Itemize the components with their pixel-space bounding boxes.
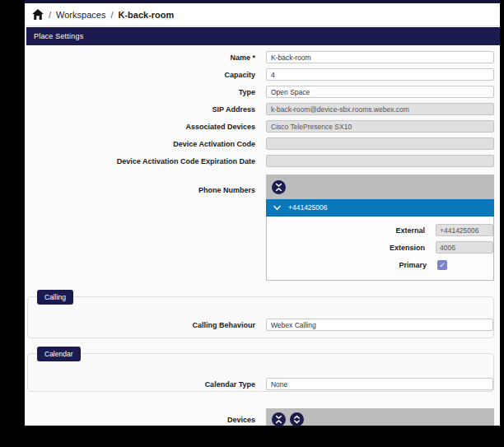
tab-place-settings[interactable]: Place Settings bbox=[26, 27, 500, 45]
calling-behaviour-field[interactable] bbox=[266, 319, 493, 331]
form-row: Type bbox=[25, 83, 500, 100]
form-field-label: Device Activation Code bbox=[25, 140, 266, 148]
breadcrumb-current-workspace: K-back-room bbox=[118, 10, 174, 20]
app-window: / Workspaces / K-back-room Place Setting… bbox=[25, 0, 500, 426]
form-row: Device Activation Code Expiration Date bbox=[25, 152, 500, 170]
devices-row: Devices bbox=[25, 408, 500, 426]
extension-label: Extension bbox=[267, 244, 436, 252]
external-label: External bbox=[267, 226, 436, 235]
devices-toolbar bbox=[266, 408, 494, 426]
phone-number-item[interactable]: +441425006 bbox=[266, 199, 494, 217]
associated-devices-field[interactable] bbox=[266, 120, 494, 133]
form-field-label: Capacity bbox=[25, 71, 266, 79]
calling-behaviour-label: Calling Behaviour bbox=[28, 321, 266, 329]
tab-place-settings-label: Place Settings bbox=[34, 32, 83, 40]
form-row: Associated Devices bbox=[25, 118, 500, 135]
extension-field[interactable] bbox=[436, 241, 493, 254]
phone-numbers-toolbar bbox=[266, 175, 494, 199]
form-row: Name * bbox=[25, 49, 500, 66]
breadcrumb: / Workspaces / K-back-room bbox=[25, 3, 500, 26]
collapse-all-icon[interactable] bbox=[272, 412, 286, 426]
form-field-label: Name * bbox=[25, 54, 266, 62]
chevron-down-icon bbox=[273, 204, 281, 212]
form-field-label: Type bbox=[25, 88, 266, 96]
form-row: SIP Address bbox=[25, 100, 500, 118]
external-field[interactable] bbox=[436, 224, 493, 236]
form-field-label: SIP Address bbox=[25, 105, 266, 114]
breadcrumb-separator: / bbox=[110, 10, 113, 20]
type-field[interactable] bbox=[266, 86, 494, 98]
breadcrumb-workspaces[interactable]: Workspaces bbox=[56, 10, 105, 20]
primary-label: Primary bbox=[267, 261, 437, 269]
form-field-label: Associated Devices bbox=[25, 123, 266, 131]
devices-label: Devices bbox=[25, 416, 266, 424]
sip-address-field[interactable] bbox=[266, 103, 494, 115]
form-field-label: Device Activation Code Expiration Date bbox=[25, 157, 266, 165]
device-activation-code-field[interactable] bbox=[266, 137, 494, 150]
phone-number-detail-panel: External Extension Primary ✓ bbox=[266, 217, 494, 281]
breadcrumb-separator: / bbox=[49, 10, 51, 20]
capacity-field[interactable] bbox=[266, 68, 494, 81]
phone-numbers-widget: +441425006 External Extension Primary ✓ bbox=[266, 175, 494, 281]
form-row: Device Activation Code bbox=[25, 135, 500, 152]
place-settings-form: Name * Capacity Type SIP Address Associa… bbox=[25, 49, 500, 426]
phone-number-item-label: +441425006 bbox=[288, 203, 328, 212]
calendar-section-badge: Calendar bbox=[37, 347, 81, 361]
calendar-type-field[interactable] bbox=[266, 378, 493, 390]
name-field[interactable] bbox=[266, 51, 494, 63]
primary-checkbox[interactable]: ✓ bbox=[437, 260, 447, 270]
device-activation-code-expiration-date-field[interactable] bbox=[266, 155, 494, 167]
calling-section: Calling Calling Behaviour bbox=[27, 296, 494, 338]
calendar-type-label: Calendar Type bbox=[28, 380, 266, 389]
collapse-all-icon[interactable] bbox=[272, 180, 286, 194]
phone-numbers-label: Phone Numbers bbox=[25, 175, 266, 194]
home-icon[interactable] bbox=[32, 9, 44, 20]
calendar-section: Calendar Calendar Type bbox=[27, 353, 494, 392]
calling-section-badge: Calling bbox=[37, 290, 73, 305]
expand-all-icon[interactable] bbox=[290, 412, 304, 426]
form-row: Capacity bbox=[25, 66, 500, 83]
phone-numbers-row: Phone Numbers +441425006 External bbox=[25, 175, 500, 281]
